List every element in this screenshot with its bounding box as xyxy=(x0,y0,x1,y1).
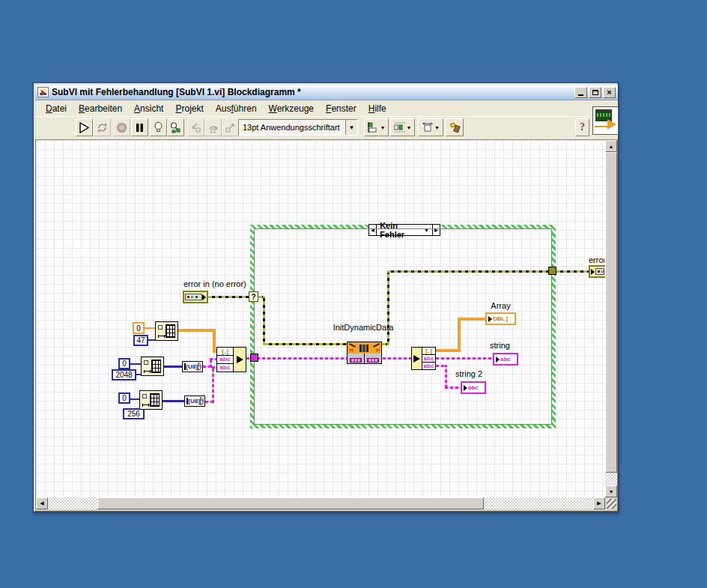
case-next-button[interactable]: ► xyxy=(432,225,440,235)
minimize-button[interactable] xyxy=(574,87,587,98)
wire-int-47[interactable] xyxy=(148,339,155,341)
title-bar[interactable]: SubVI mit Fehlerbehandlung [SubVI 1.vi] … xyxy=(35,85,618,100)
vscroll-thumb[interactable] xyxy=(605,152,617,473)
menu-item-ansicht[interactable]: Ansicht xyxy=(128,102,169,115)
step-into-button[interactable] xyxy=(187,118,204,136)
init-dynamic-data-node[interactable]: ?! ?! xyxy=(347,342,382,364)
close-button[interactable]: × xyxy=(603,87,616,98)
run-button[interactable] xyxy=(76,118,93,136)
byte-array-to-string-node-1[interactable]: [U8] xyxy=(182,361,203,372)
run-continuous-button[interactable] xyxy=(94,118,111,136)
maximize-button[interactable] xyxy=(589,87,601,98)
wire-string2-seg2[interactable] xyxy=(445,365,447,388)
wire-string-u8b-v[interactable] xyxy=(212,366,214,403)
u8-string-icon xyxy=(198,363,201,371)
hscroll-thumb[interactable] xyxy=(97,497,484,509)
string2-indicator[interactable]: abc xyxy=(461,381,486,394)
cluster-row: [..] xyxy=(217,348,233,356)
constant-int-0c[interactable]: 0 xyxy=(118,392,130,404)
error-in-terminal[interactable] xyxy=(183,291,208,303)
dbl-type-text: DBL xyxy=(493,316,505,322)
scroll-up-button[interactable]: ▲ xyxy=(605,140,617,152)
menu-bar: DateiBearbeitenAnsichtProjektAusführenWe… xyxy=(35,100,618,116)
wire-error-seg3[interactable] xyxy=(263,296,265,345)
wire-error-seg7[interactable] xyxy=(387,270,550,273)
highlight-execution-button[interactable] xyxy=(150,118,167,136)
tunnel-string-in[interactable] xyxy=(250,354,258,362)
constant-dbl-0[interactable]: 0 xyxy=(133,322,145,334)
wire-string2-seg3[interactable] xyxy=(445,387,461,389)
case-selector-terminal[interactable]: ? xyxy=(249,291,258,302)
constant-int-2048[interactable]: 2048 xyxy=(112,369,136,381)
horizontal-scrollbar[interactable]: ◀ ▶ xyxy=(36,497,605,509)
case-prev-button[interactable]: ◄ xyxy=(369,225,377,235)
wire-dbl-const[interactable] xyxy=(144,327,155,329)
wire-dbl-array1[interactable] xyxy=(178,329,216,332)
menu-item-ausfhren[interactable]: Ausführen xyxy=(210,102,263,115)
wire-u8array-2[interactable] xyxy=(163,400,184,402)
window-title: SubVI mit Fehlerbehandlung [SubVI 1.vi] … xyxy=(52,87,574,97)
wire-int-0b[interactable] xyxy=(130,363,141,365)
array-indicator[interactable]: DBL] xyxy=(485,312,516,325)
distribute-objects-button[interactable]: ▼ xyxy=(390,118,415,136)
case-selector-label[interactable]: ◄ Kein Fehler▼ ► xyxy=(368,224,440,236)
unbundle-node[interactable]: [..] abc abc xyxy=(411,347,436,370)
error-out-indicator[interactable] xyxy=(589,265,605,278)
string-label: string xyxy=(490,341,510,350)
wire-int-0c[interactable] xyxy=(130,398,139,400)
constant-int-0b[interactable]: 0 xyxy=(118,358,130,369)
string-indicator[interactable]: abc xyxy=(493,353,518,366)
wire-string-u8a-in[interactable] xyxy=(210,358,216,360)
tunnel-error-out[interactable] xyxy=(548,267,556,275)
initdd-city-icon xyxy=(359,345,370,352)
constant-int-47[interactable]: 47 xyxy=(133,335,148,346)
scroll-left-button[interactable]: ◀ xyxy=(36,497,48,509)
wire-dbl-array2[interactable] xyxy=(213,329,216,352)
vertical-scrollbar[interactable]: ▲ ▼ xyxy=(605,140,617,497)
retain-wire-values-button[interactable] xyxy=(167,118,184,136)
initialize-array-node-2[interactable]: → xyxy=(141,357,164,376)
font-selector[interactable]: 13pt Anwendungsschriftart ▼ xyxy=(238,119,358,136)
initdd-arrow-icon xyxy=(373,343,380,348)
scroll-down-button[interactable]: ▼ xyxy=(605,485,617,497)
pause-button[interactable] xyxy=(131,118,148,136)
initialize-array-node-1[interactable]: → xyxy=(155,321,178,341)
scroll-right-button[interactable]: ▶ xyxy=(593,497,605,509)
font-selector-dropdown-icon[interactable]: ▼ xyxy=(345,120,357,135)
help-button[interactable]: ? xyxy=(575,118,589,136)
wire-error-out[interactable] xyxy=(556,270,589,273)
bundle-node[interactable]: [..] abc abc xyxy=(216,347,246,372)
case-name[interactable]: Kein Fehler▼ xyxy=(377,225,432,235)
run-icon xyxy=(79,122,90,133)
align-objects-button[interactable]: ▼ xyxy=(364,118,389,136)
resize-objects-button[interactable]: ▼ xyxy=(418,118,443,136)
resize-grip[interactable] xyxy=(605,497,617,509)
step-over-button[interactable] xyxy=(204,118,222,136)
close-icon: × xyxy=(607,88,611,97)
warning-badge: ?! xyxy=(349,348,354,353)
wire-array-out2[interactable] xyxy=(458,318,461,352)
block-diagram-canvas[interactable]: ◄ Kein Fehler▼ ► xyxy=(36,140,605,497)
wire-string-main[interactable] xyxy=(246,357,411,360)
wire-error-in[interactable] xyxy=(208,296,250,298)
cluster-row: [..] xyxy=(422,348,435,355)
step-out-button[interactable] xyxy=(222,118,239,136)
menu-item-projekt[interactable]: Projekt xyxy=(169,102,209,115)
wire-string-out[interactable] xyxy=(436,357,493,360)
wire-array-out3[interactable] xyxy=(458,318,485,321)
byte-array-to-string-node-2[interactable]: [U8] xyxy=(184,395,205,407)
cleanup-diagram-button[interactable] xyxy=(446,118,464,136)
initialize-array-node-3[interactable]: → xyxy=(139,390,163,410)
wire-u8array-1[interactable] xyxy=(164,366,182,368)
wire-error-seg4[interactable] xyxy=(265,343,347,345)
wire-int-2048[interactable] xyxy=(136,374,141,375)
wire-error-seg6[interactable] xyxy=(387,270,389,345)
abort-button[interactable] xyxy=(113,118,130,136)
menu-item-datei[interactable]: Datei xyxy=(40,102,73,115)
menu-item-bearbeiten[interactable]: Bearbeiten xyxy=(73,102,128,115)
menu-item-werkzeuge[interactable]: Werkzeuge xyxy=(263,102,320,115)
menu-item-fenster[interactable]: Fenster xyxy=(320,102,362,115)
constant-int-256[interactable]: 256 xyxy=(123,408,145,419)
menu-item-hilfe[interactable]: Hilfe xyxy=(362,102,392,115)
vi-icon-pane[interactable] xyxy=(592,106,619,135)
